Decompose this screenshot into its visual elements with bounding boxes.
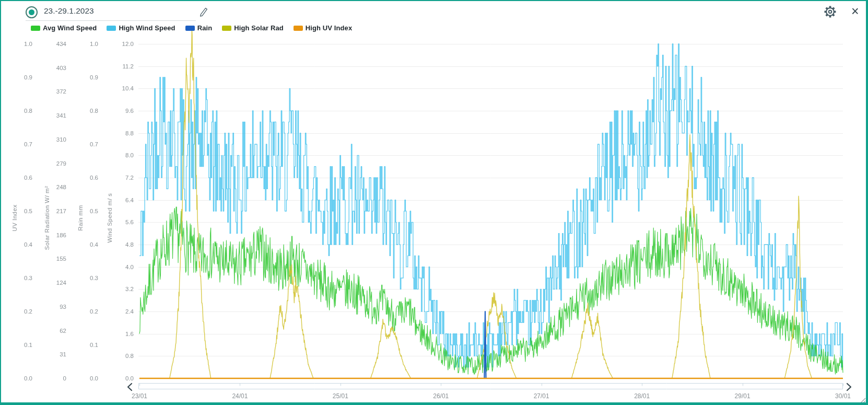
legend-swatch: [222, 26, 231, 31]
y-tick-label: 2.4: [110, 308, 134, 315]
close-x-icon[interactable]: ×: [851, 4, 859, 18]
y-tick-label: 12.0: [110, 40, 134, 48]
x-tick-label: 25/01: [322, 392, 359, 400]
chart-dialog: × Avg Wind SpeedHigh Wind SpeedRainHigh …: [0, 0, 868, 405]
y-tick-label: 0.3: [8, 274, 32, 282]
y-tick-label: 7.2: [110, 174, 134, 181]
y-tick-label: 5.6: [110, 218, 134, 226]
y-tick-label: 0.6: [8, 174, 32, 181]
y-tick-label: 434: [42, 40, 66, 48]
y-tick-label: 4.0: [110, 263, 134, 271]
y-tick-label: 8.8: [110, 130, 134, 137]
y-axis-title: Wind Speed m/ s: [107, 193, 113, 242]
x-tick-label: 23/01: [121, 392, 158, 400]
y-tick-label: 0.3: [74, 274, 98, 282]
legend-label: Avg Wind Speed: [43, 24, 97, 32]
y-tick-label: 403: [42, 64, 66, 72]
y-tick-label: 31: [42, 351, 66, 358]
y-tick-label: 0.2: [74, 308, 98, 315]
y-tick-label: 0: [42, 375, 66, 382]
legend-item-rain[interactable]: Rain: [185, 24, 213, 32]
y-tick-label: 4.8: [110, 241, 134, 248]
y-tick-label: 11.2: [110, 63, 134, 70]
y-tick-label: 0.0: [74, 375, 98, 382]
y-tick-label: 0.0: [8, 375, 32, 382]
next-day-arrow-icon[interactable]: [846, 383, 852, 391]
y-tick-label: 0.1: [74, 341, 98, 349]
y-tick-label: 1.6: [110, 330, 134, 338]
y-tick-label: 155: [42, 255, 66, 262]
y-tick-label: 6.4: [110, 196, 134, 204]
y-tick-label: 8.0: [110, 152, 134, 159]
x-tick-label: 24/01: [221, 392, 258, 400]
legend-label: High Solar Rad: [234, 24, 284, 32]
legend-label: High UV Index: [306, 24, 352, 32]
y-tick-label: 93: [42, 303, 66, 310]
legend-swatch: [185, 26, 195, 31]
record-dot: [29, 9, 34, 15]
legend-label: Rain: [197, 24, 213, 32]
y-tick-label: 0.8: [110, 352, 134, 360]
y-tick-label: 0.9: [74, 74, 98, 81]
y-tick-label: 9.6: [110, 107, 134, 114]
y-tick-label: 310: [42, 136, 66, 143]
legend-item-high-solar-rad[interactable]: High Solar Rad: [222, 24, 284, 32]
y-tick-label: 0.4: [8, 241, 32, 248]
legend-swatch: [294, 26, 303, 31]
y-axis-title: Rain mm: [77, 205, 84, 231]
x-tick-label: 29/01: [724, 392, 761, 400]
x-tick-label: 27/01: [523, 392, 560, 400]
resize-handle-icon[interactable]: [859, 396, 866, 403]
x-tick-label: 30/01: [825, 392, 861, 400]
y-tick-label: 124: [42, 279, 66, 286]
y-tick-label: 0.1: [8, 341, 32, 349]
chart-legend: Avg Wind SpeedHigh Wind SpeedRainHigh So…: [31, 24, 352, 32]
y-tick-label: 341: [42, 112, 66, 119]
y-tick-label: 0.8: [74, 107, 98, 114]
prev-day-arrow-icon[interactable]: [126, 383, 133, 391]
y-tick-label: 0.7: [74, 141, 98, 148]
y-tick-label: 1.0: [74, 40, 98, 48]
y-axis-title: UV Index: [11, 204, 18, 231]
y-tick-label: 279: [42, 160, 66, 167]
legend-item-high-uv-index[interactable]: High UV Index: [294, 24, 352, 32]
y-tick-label: 3.2: [110, 285, 134, 293]
record-circle-icon[interactable]: [26, 6, 38, 18]
y-tick-label: 372: [42, 88, 66, 95]
gear-settings-icon[interactable]: [824, 6, 836, 18]
legend-swatch: [31, 26, 40, 31]
legend-swatch: [107, 26, 116, 31]
y-tick-label: 0.7: [8, 141, 32, 148]
y-tick-label: 0.8: [8, 107, 32, 114]
y-tick-label: 0.4: [74, 241, 98, 248]
y-tick-label: 0.0: [110, 375, 134, 382]
pencil-edit-icon[interactable]: [199, 7, 209, 17]
y-axis-title: Solar Radiation W/ m²: [44, 186, 50, 250]
y-tick-label: 10.4: [110, 85, 134, 92]
x-tick-label: 28/01: [624, 392, 660, 400]
y-tick-label: 62: [42, 327, 66, 334]
y-tick-label: 0.6: [74, 174, 98, 181]
y-tick-label: 1.0: [8, 40, 32, 48]
legend-label: High Wind Speed: [119, 24, 175, 32]
x-tick-label: 26/01: [423, 392, 459, 400]
legend-item-high-wind-speed[interactable]: High Wind Speed: [107, 24, 175, 32]
legend-item-avg-wind-speed[interactable]: Avg Wind Speed: [31, 24, 97, 32]
y-tick-label: 0.9: [8, 74, 32, 81]
date-range-input[interactable]: [44, 5, 195, 19]
date-input-underline: [26, 20, 196, 21]
y-tick-label: 0.2: [8, 308, 32, 315]
